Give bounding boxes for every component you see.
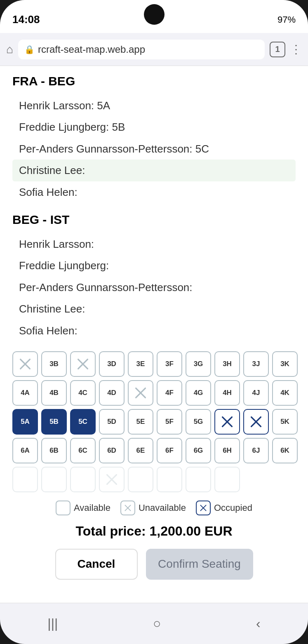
- seat-7C-partial: [70, 467, 96, 492]
- list-item: Freddie Ljungberg: 5B: [12, 116, 296, 138]
- legend-occupied: Occupied: [196, 501, 252, 515]
- battery-level: 97%: [277, 14, 296, 25]
- seat-5E[interactable]: 5E: [128, 409, 153, 435]
- beg-ist-title: BEG - IST: [12, 213, 296, 227]
- nav-back-icon[interactable]: ‹: [256, 616, 261, 631]
- seat-6G[interactable]: 6G: [186, 438, 211, 463]
- list-item: Per-Anders Gunnarsson-Pettersson:: [12, 277, 296, 298]
- seat-5B[interactable]: 5B: [41, 409, 67, 435]
- seat-3D[interactable]: 3D: [99, 351, 125, 377]
- seat-row-3: 3B 3D 3E 3F 3G 3H 3J 3K: [12, 351, 296, 377]
- seat-3A[interactable]: [12, 351, 38, 377]
- seat-3E[interactable]: 3E: [128, 351, 153, 377]
- confirm-seating-button[interactable]: Confirm Seating: [146, 549, 253, 580]
- seat-grid: 3B 3D 3E 3F 3G 3H 3J 3K 4A 4B 4C 4D: [12, 351, 296, 492]
- seat-4G[interactable]: 4G: [186, 380, 211, 406]
- beg-ist-passengers: Henrik Larsson: Freddie Ljungberg: Per-A…: [12, 233, 296, 341]
- seat-6H[interactable]: 6H: [214, 438, 240, 463]
- seat-3B[interactable]: 3B: [41, 351, 67, 377]
- seat-4F[interactable]: 4F: [157, 380, 182, 406]
- seat-row-5: 5A 5B 5C 5D 5E 5F 5G 5K: [12, 409, 296, 435]
- seat-5J[interactable]: [243, 409, 269, 435]
- cancel-button[interactable]: Cancel: [55, 549, 138, 580]
- seat-6A[interactable]: 6A: [12, 438, 38, 463]
- seat-4B[interactable]: 4B: [41, 380, 67, 406]
- tab-count[interactable]: 1: [270, 42, 285, 57]
- seat-5D[interactable]: 5D: [99, 409, 125, 435]
- list-item: Christine Lee:: [12, 160, 296, 181]
- list-item: Freddie Ljungberg:: [12, 255, 296, 276]
- seat-6F[interactable]: 6F: [157, 438, 182, 463]
- seat-5G[interactable]: 5G: [186, 409, 211, 435]
- seat-3J[interactable]: 3J: [243, 351, 269, 377]
- seat-3G[interactable]: 3G: [186, 351, 211, 377]
- seat-3C[interactable]: [70, 351, 96, 377]
- available-label: Available: [74, 503, 111, 513]
- seat-6C[interactable]: 6C: [70, 438, 96, 463]
- seat-5C[interactable]: 5C: [70, 409, 96, 435]
- bottom-nav: ||| ○ ‹: [0, 603, 308, 644]
- fra-beg-title: FRA - BEG: [12, 74, 296, 88]
- seat-5F[interactable]: 5F: [157, 409, 182, 435]
- seat-4C[interactable]: 4C: [70, 380, 96, 406]
- menu-dots-icon[interactable]: ⋮: [290, 42, 302, 56]
- seat-legend: Available Unavailable Occupied: [12, 501, 296, 515]
- seat-5H[interactable]: [214, 409, 240, 435]
- fra-beg-passengers: Henrik Larsson: 5A Freddie Ljungberg: 5B…: [12, 95, 296, 203]
- seat-4J[interactable]: 4J: [243, 380, 269, 406]
- seat-7D-partial: [99, 467, 125, 492]
- legend-available: Available: [56, 501, 111, 515]
- seat-6D[interactable]: 6D: [99, 438, 125, 463]
- seat-row-7-partial: [12, 467, 296, 492]
- seat-row-6: 6A 6B 6C 6D 6E 6F 6G 6H 6J 6K: [12, 438, 296, 463]
- seat-3F[interactable]: 3F: [157, 351, 182, 377]
- nav-home-icon[interactable]: ○: [153, 616, 161, 631]
- phone-frame: 14:08 97% ⌂ 🔒 rcraft-seat-map.web.app 1 …: [0, 0, 308, 644]
- seat-7G-partial: [186, 467, 211, 492]
- total-price-label: Total price:: [76, 524, 146, 538]
- list-item: Sofia Helen:: [12, 181, 296, 203]
- seat-row-4: 4A 4B 4C 4D 4F 4G 4H 4J 4K: [12, 380, 296, 406]
- beg-ist-section: BEG - IST Henrik Larsson: Freddie Ljungb…: [12, 213, 296, 341]
- seat-7F-partial: [157, 467, 182, 492]
- url-bar[interactable]: 🔒 rcraft-seat-map.web.app: [18, 40, 265, 59]
- unavailable-label: Unavailable: [139, 503, 186, 513]
- seat-4E[interactable]: [128, 380, 153, 406]
- seat-7H-partial: [214, 467, 240, 492]
- list-item: Christine Lee:: [12, 298, 296, 320]
- seat-7B-partial: [41, 467, 67, 492]
- available-icon: [56, 501, 71, 515]
- action-buttons: Cancel Confirm Seating: [12, 549, 296, 580]
- list-item: Henrik Larsson: 5A: [12, 95, 296, 116]
- fra-beg-section: FRA - BEG Henrik Larsson: 5A Freddie Lju…: [12, 74, 296, 203]
- nav-menu-icon[interactable]: |||: [47, 616, 58, 631]
- seat-5A[interactable]: 5A: [12, 409, 38, 435]
- home-icon[interactable]: ⌂: [6, 43, 13, 56]
- time-display: 14:08: [12, 13, 40, 26]
- seat-3K[interactable]: 3K: [272, 351, 298, 377]
- legend-unavailable: Unavailable: [120, 501, 186, 515]
- seat-7A-partial: [12, 467, 38, 492]
- status-right-icons: 97%: [277, 14, 296, 25]
- seat-6K[interactable]: 6K: [272, 438, 298, 463]
- main-content: FRA - BEG Henrik Larsson: 5A Freddie Lju…: [0, 66, 308, 603]
- seat-3H[interactable]: 3H: [214, 351, 240, 377]
- seat-4K[interactable]: 4K: [272, 380, 298, 406]
- list-item: Per-Anders Gunnarsson-Pettersson: 5C: [12, 138, 296, 160]
- occupied-label: Occupied: [214, 503, 252, 513]
- seat-4A[interactable]: 4A: [12, 380, 38, 406]
- unavailable-icon: [120, 501, 135, 515]
- list-item: Sofia Helen:: [12, 320, 296, 341]
- seat-6B[interactable]: 6B: [41, 438, 67, 463]
- browser-bar: ⌂ 🔒 rcraft-seat-map.web.app 1 ⋮: [0, 33, 308, 66]
- list-item: Henrik Larsson:: [12, 233, 296, 255]
- occupied-icon: [196, 501, 211, 515]
- status-bar: 14:08 97%: [0, 0, 308, 33]
- seat-5K[interactable]: 5K: [272, 409, 298, 435]
- total-price-amount: 1,200.00 EUR: [149, 524, 232, 538]
- camera-notch: [144, 4, 165, 25]
- seat-6J[interactable]: 6J: [243, 438, 269, 463]
- seat-4D[interactable]: 4D: [99, 380, 125, 406]
- seat-4H[interactable]: 4H: [214, 380, 240, 406]
- seat-6E[interactable]: 6E: [128, 438, 153, 463]
